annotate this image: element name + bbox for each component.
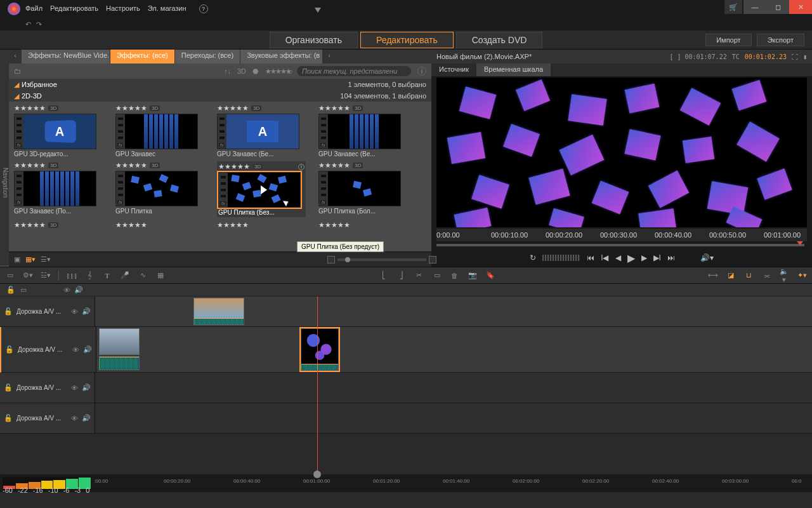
go-end-icon[interactable]: ⏭ (667, 253, 675, 262)
close-button[interactable]: ✕ (789, 0, 812, 14)
minimize-button[interactable]: — (743, 0, 766, 14)
menu-settings[interactable]: Настроить (106, 4, 140, 13)
cart-icon[interactable]: 🛒 (724, 0, 742, 14)
info-icon[interactable]: i (417, 67, 426, 76)
maximize-button[interactable]: ◻ (766, 0, 789, 14)
music-icon[interactable]: 𝄞 (84, 271, 95, 279)
rating-filter-icon[interactable]: ★★★★★ (265, 67, 291, 76)
sort-icon[interactable]: ↑↓ (224, 67, 231, 75)
effect-item[interactable]: ★★★★★3D fx GPU Плитка (115, 161, 204, 217)
tab-nav-left-icon[interactable]: ‹ (9, 50, 22, 64)
mute-icon[interactable]: 🔊 (82, 307, 91, 316)
trash-icon[interactable]: 🗑 (450, 272, 460, 279)
effect-item[interactable]: ★★★★★3D fx GPU Занавес (Ве... (318, 104, 407, 157)
playhead-line[interactable] (317, 297, 318, 474)
transition-icon[interactable]: ◪ (726, 271, 736, 279)
global-visibility-icon[interactable]: 👁 (63, 286, 70, 294)
export-button[interactable]: Экспорт (757, 34, 804, 46)
mute-icon[interactable]: 🔊 (82, 414, 91, 422)
wand-icon[interactable]: ✦▾ (797, 271, 807, 279)
3d-filter-icon[interactable]: 3D (237, 67, 246, 75)
mark-in-icon[interactable]: ⎣ (379, 271, 389, 279)
loop-icon[interactable]: ↻ (530, 253, 536, 262)
tab-dvd[interactable]: Создать DVD (456, 32, 543, 48)
effect-item[interactable]: ★★★★★3D Afx GPU Занавес (Бе... (217, 104, 306, 157)
track-header[interactable]: 🔓 Дорожка A/V ... 👁 🔊 (0, 297, 95, 326)
prev-frame-icon[interactable]: I◀ (601, 253, 608, 262)
playhead-handle[interactable] (315, 8, 321, 13)
link-icon[interactable]: ⫘ (761, 272, 771, 279)
snapshot-icon[interactable]: 📷 (468, 271, 478, 279)
redo-icon[interactable]: ↷ (36, 20, 42, 29)
thumbnail-size-slider[interactable] (337, 258, 426, 261)
undo-icon[interactable]: ↶ (25, 20, 31, 29)
fx-tab-transitions[interactable]: Переходы: (все) (175, 50, 240, 64)
thumbnails-view-icon[interactable]: ▦▾ (25, 255, 36, 264)
play-icon[interactable]: ▶ (627, 252, 635, 264)
speaker-icon[interactable]: 🔈▾ (779, 267, 789, 284)
tab-source[interactable]: Источник (431, 64, 476, 76)
collections-icon[interactable]: ▣ (14, 255, 20, 264)
jog-wheel[interactable] (542, 255, 580, 261)
preview-scrubber[interactable] (436, 241, 807, 249)
visibility-icon[interactable]: 👁 (71, 384, 78, 392)
lock-icon[interactable]: 🔓 (4, 384, 13, 392)
clipboard-icon[interactable]: ▭ (432, 271, 442, 279)
visibility-icon[interactable]: 👁 (71, 415, 78, 422)
mute-icon[interactable]: 🔊 (83, 345, 92, 354)
fx-tab-all[interactable]: Эффекты: (все) (110, 50, 175, 64)
timeline-clip[interactable] (193, 298, 244, 325)
help-icon[interactable]: ? (199, 4, 208, 13)
preview-canvas[interactable] (436, 77, 807, 227)
lock-icon[interactable]: 🔓 (4, 414, 13, 422)
preview-ruler[interactable]: 0:00.00 00:00:10.00 00:00:20.00 00:00:30… (436, 229, 807, 241)
step-back-icon[interactable]: ◀ (615, 253, 621, 262)
fullscreen-icon[interactable]: ⛶ (792, 53, 798, 60)
track-body[interactable] (95, 297, 812, 326)
effect-item[interactable]: ★★★★★3D Afx GPU 3D-редакто... (14, 104, 103, 157)
storyboard-icon[interactable]: ▭ (5, 271, 15, 279)
step-fwd-icon[interactable]: ▶ (641, 253, 647, 262)
fx-tab-sound[interactable]: Звуковые эффекты: (в (240, 50, 323, 64)
import-button[interactable]: Импорт (705, 34, 751, 46)
tracks-icon[interactable]: ☳▾ (41, 271, 51, 279)
effect-item-selected[interactable]: ★★★★★3Di fx GPU Плитка (Без... (217, 161, 306, 217)
track-body[interactable] (96, 327, 812, 372)
navigation-strip[interactable]: Navigation (0, 50, 9, 265)
folder-icon[interactable]: 🗀 (14, 67, 21, 75)
effect-item[interactable]: ★★★★★3D (14, 221, 103, 229)
timeline-clip-effect[interactable] (301, 328, 339, 371)
trim-icon[interactable]: ⟷ (708, 271, 718, 279)
track-body[interactable] (95, 403, 812, 433)
search-input[interactable]: Поиск текущ. представлени (297, 66, 411, 76)
tab-organize[interactable]: Организовать (270, 32, 358, 48)
timeline-scroll-handle[interactable] (313, 471, 321, 478)
favorites-header[interactable]: ◢Избранное 1 элементов, 0 выбрано (9, 79, 431, 90)
info-icon[interactable]: i (298, 164, 304, 170)
menu-file[interactable]: Файл (25, 4, 43, 13)
track-header[interactable]: 🔓 Дорожка A/V ... 👁 🔊 (1, 327, 96, 372)
menu-edit[interactable]: Редактировать (50, 4, 98, 13)
lock-icon[interactable]: 🔓 (4, 307, 13, 316)
lock-icon[interactable]: 🔓 (5, 345, 14, 354)
title-icon[interactable]: T (102, 272, 112, 279)
category-2d3d-header[interactable]: ◢2D-3D 104 элементов, 1 выбрано (9, 90, 431, 102)
timeline-clip-audio[interactable] (99, 356, 140, 370)
collapse-icon[interactable]: ▭ (20, 286, 27, 294)
track-body[interactable] (95, 373, 812, 403)
list-view-icon[interactable]: ☰▾ (41, 255, 51, 264)
effect-item[interactable]: ★★★★★3D fx GPU Плитка (Бол... (318, 161, 407, 217)
mute-icon[interactable]: 🔊 (82, 384, 91, 392)
fx-tab-newblue[interactable]: Эффекты: NewBlue Vide... (22, 50, 110, 64)
tab-timeline-preview[interactable]: Временная шкала (476, 64, 551, 76)
marker-icon[interactable]: 🔖 (485, 271, 495, 279)
tab-edit[interactable]: Редактировать (360, 32, 454, 48)
effect-item[interactable]: ★★★★★3D fx GPU Занавес (115, 104, 204, 157)
global-audio-icon[interactable]: 🔊 (74, 286, 83, 294)
visibility-icon[interactable]: 👁 (71, 308, 78, 316)
gear-icon[interactable]: ⚙▾ (23, 271, 33, 279)
menu-shop[interactable]: Эл. магазин (148, 4, 187, 13)
magnet-icon[interactable]: ⊔ (743, 271, 754, 279)
volume-icon[interactable]: 🔊▾ (700, 253, 714, 262)
visibility-icon[interactable]: 👁 (72, 346, 79, 354)
